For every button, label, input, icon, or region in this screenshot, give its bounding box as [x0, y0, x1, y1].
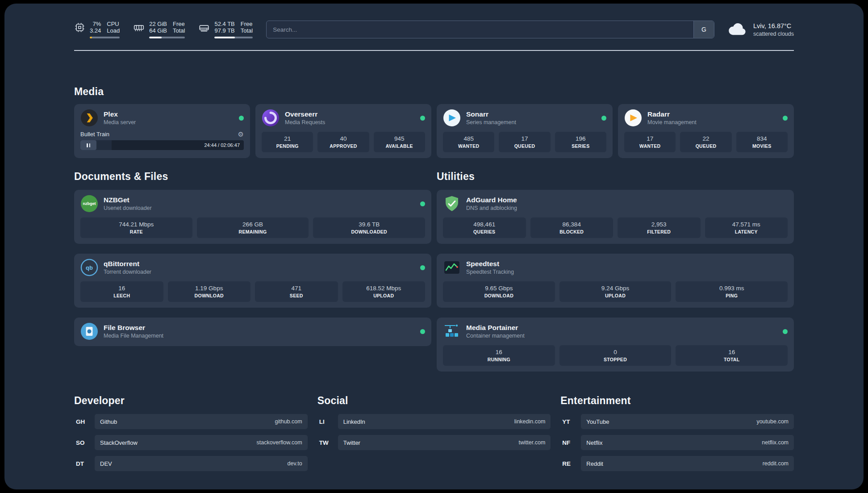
status-dot — [420, 116, 425, 121]
stat-tile-wanted: 485 WANTED — [443, 132, 494, 152]
cpu-load-value: 3.24 — [90, 27, 101, 34]
app-card-speedtest[interactable]: Speedtest Speedtest Tracking 9.65 Gbps D… — [437, 254, 794, 308]
disk-progress-bar — [214, 37, 253, 38]
portainer-icon — [443, 322, 461, 340]
status-dot — [601, 116, 606, 121]
weather-condition: scattered clouds — [753, 31, 794, 37]
bookmark-url: linkedin.com — [514, 418, 545, 425]
stat-tile-upload: 618.52 Mbps UPLOAD — [342, 281, 426, 302]
stat-tile-wanted: 17 WANTED — [624, 132, 676, 152]
system-metrics: 7% 3.24 CPU Load — [74, 21, 253, 38]
status-dot — [239, 116, 244, 121]
bookmark-abbr: GH — [74, 418, 95, 425]
bookmark-dev[interactable]: DT DEV dev.to — [74, 456, 308, 471]
adguard-icon — [443, 195, 461, 213]
search-input[interactable] — [267, 21, 693, 38]
stat-tile-pending: 21 PENDING — [262, 132, 313, 152]
section-title-documents: Documents & Files — [74, 171, 431, 183]
bookmark-abbr: SO — [74, 439, 95, 446]
bookmark-stackoverflow[interactable]: SO StackOverflow stackoverflow.com — [74, 435, 308, 450]
stat-tile-movies: 834 MOVIES — [736, 132, 788, 152]
stat-tile-latency: 47.571 ms LATENCY — [705, 217, 788, 238]
app-subtitle: Media server — [104, 119, 136, 125]
app-card-overseerr[interactable]: Overseerr Media Requests 21 PENDING 40 A… — [255, 104, 431, 158]
disk-free-label: Free — [241, 21, 253, 27]
ram-icon — [133, 22, 145, 33]
cloud-icon — [728, 22, 747, 37]
cpu-progress-bar — [90, 37, 120, 38]
bookmark-name: YouTube — [586, 418, 609, 425]
app-card-adguard[interactable]: AdGuard Home DNS and adblocking 498,461 … — [437, 190, 794, 244]
app-card-filebrowser[interactable]: File Browser Media File Management — [74, 318, 431, 346]
app-subtitle: Speedtest Tracking — [466, 269, 514, 275]
stat-tile-queries: 498,461 QUERIES — [443, 217, 526, 238]
bookmark-reddit[interactable]: RE Reddit reddit.com — [560, 456, 794, 471]
stat-tile-rate: 744.21 Mbps RATE — [80, 217, 192, 238]
app-name: Media Portainer — [466, 324, 525, 332]
bookmark-url: reddit.com — [763, 460, 789, 467]
stat-tile-series: 196 SERIES — [555, 132, 606, 152]
bookmark-twitter[interactable]: TW Twitter twitter.com — [317, 435, 551, 450]
stat-tile-blocked: 86,384 BLOCKED — [530, 217, 613, 238]
bookmark-name: StackOverflow — [100, 439, 138, 446]
bookmark-abbr: RE — [560, 460, 581, 467]
svg-text:qb: qb — [86, 264, 93, 271]
bookmark-netflix[interactable]: NF Netflix netflix.com — [560, 435, 794, 450]
section-title-media: Media — [74, 86, 794, 98]
search-bar[interactable]: G — [266, 21, 714, 38]
app-name: Plex — [104, 110, 136, 118]
qbittorrent-icon: qb — [80, 259, 98, 276]
stat-tile-seed: 471 SEED — [255, 281, 338, 302]
metric-ram: 22 GiB 64 GiB Free Total — [133, 21, 185, 38]
app-card-plex[interactable]: Plex Media server Bullet Train ⚙ 24:44 /… — [74, 104, 250, 158]
now-playing-widget: Bullet Train ⚙ 24:44 / 02:06:47 — [80, 131, 244, 150]
status-dot — [420, 329, 425, 334]
bookmark-youtube[interactable]: YT YouTube youtube.com — [560, 414, 794, 429]
section-utilities: Utilities AdGuard Home DNS and adblockin… — [437, 171, 794, 372]
top-bar: 7% 3.24 CPU Load — [74, 21, 794, 38]
bookmark-group-social: Social LI LinkedIn linkedin.com TW Twitt… — [317, 395, 551, 450]
app-name: File Browser — [104, 324, 163, 332]
cpu-usage-value: 7% — [93, 21, 101, 27]
speedtest-icon — [443, 259, 461, 276]
bookmark-name: LinkedIn — [343, 418, 365, 425]
radarr-icon — [624, 109, 642, 127]
app-card-radarr[interactable]: Radarr Movie management 17 WANTED 22 QUE… — [618, 104, 794, 158]
search-engine-button[interactable]: G — [693, 21, 714, 38]
bookmark-url: twitter.com — [519, 439, 546, 446]
app-card-nzbget[interactable]: nzbget NZBGet Usenet downloader 744.21 M… — [74, 190, 431, 244]
app-card-qbittorrent[interactable]: qb qBittorrent Torrent downloader 16 LEE… — [74, 254, 431, 308]
disk-total-value: 97.9 TB — [214, 27, 234, 34]
app-subtitle: Media File Management — [104, 333, 163, 339]
app-subtitle: Container management — [466, 333, 525, 339]
section-title-utilities: Utilities — [437, 171, 794, 183]
status-dot — [420, 265, 425, 270]
status-dot — [783, 329, 788, 334]
weather-location: Lviv, 16.87°C — [753, 22, 794, 29]
disk-free-value: 52.4 TB — [214, 21, 234, 27]
status-dot — [783, 116, 788, 121]
pause-icon[interactable] — [80, 140, 96, 150]
section-title-social: Social — [317, 395, 551, 407]
section-media: Media Plex Media server Bullet Train — [74, 86, 794, 158]
app-subtitle: Series management — [466, 119, 516, 125]
app-name: qBittorrent — [104, 260, 151, 268]
nzbget-icon: nzbget — [80, 195, 98, 213]
app-subtitle: DNS and adblocking — [466, 205, 517, 211]
gear-icon[interactable]: ⚙ — [238, 131, 244, 138]
disk-total-label: Total — [241, 27, 253, 34]
bookmark-linkedin[interactable]: LI LinkedIn linkedin.com — [317, 414, 551, 429]
cpu-label: CPU — [107, 21, 119, 27]
app-name: Radarr — [647, 110, 697, 118]
app-card-sonarr[interactable]: Sonarr Series management 485 WANTED 17 Q… — [437, 104, 613, 158]
filebrowser-icon — [80, 322, 98, 340]
bookmark-github[interactable]: GH Github github.com — [74, 414, 308, 429]
bookmark-group-developer: Developer GH Github github.com SO StackO… — [74, 395, 308, 471]
bookmark-abbr: DT — [74, 460, 95, 467]
cpu-load-label: Load — [107, 27, 120, 34]
section-title-developer: Developer — [74, 395, 308, 407]
weather-widget[interactable]: Lviv, 16.87°C scattered clouds — [728, 22, 794, 37]
disk-icon — [198, 22, 210, 33]
playback-progress-bar[interactable]: 24:44 / 02:06:47 — [80, 140, 244, 150]
app-card-portainer[interactable]: Media Portainer Container management 16 … — [437, 318, 794, 372]
